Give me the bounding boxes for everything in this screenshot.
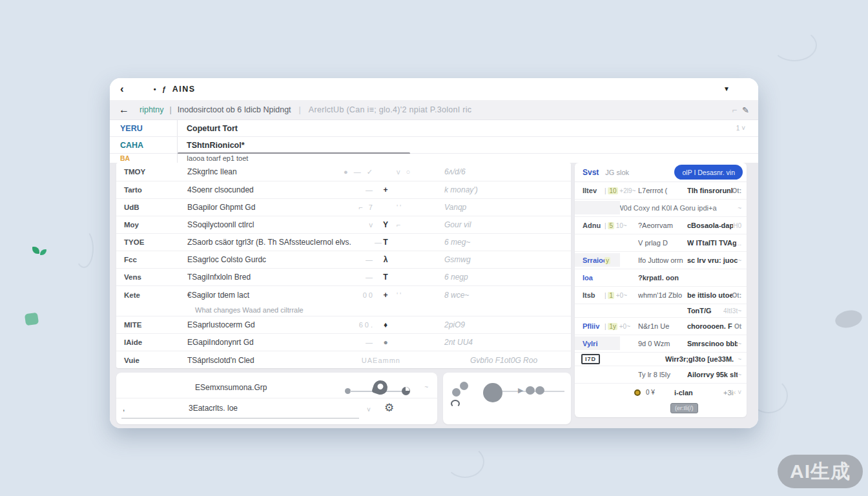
- row-right-mark: ~: [424, 384, 428, 391]
- table-row[interactable]: FccESagrloc Colsto Gurdc—λGsmwg: [116, 251, 571, 269]
- breadcrumb-separator: |: [299, 105, 301, 114]
- title-bullet-icon: •: [154, 85, 157, 93]
- list-item[interactable]: ESemxnsumona.Grp ~: [116, 377, 437, 398]
- panel-row[interactable]: Itsb | 1 +0~ whmn'1d Zblo be ittislo uto…: [575, 287, 747, 304]
- signature-value: 2piO9: [444, 320, 465, 329]
- signature-value: k monay'): [444, 185, 478, 194]
- panel-row[interactable]: 0 ¥ i-clan +3ira rcorr ‹ ˅: [575, 384, 747, 401]
- title-flag-icon: ƒ: [162, 85, 167, 93]
- table-row[interactable]: IAideEGapiIndonynrt Gd—●2nt UU4: [116, 334, 571, 351]
- breadcrumb-item-3: ArerlctUb (Can i≡; glo.4)'2 npiat P.3olo…: [309, 105, 472, 114]
- back-chevron-icon[interactable]: ‹: [120, 83, 124, 96]
- pie-dot-icon: [402, 387, 410, 395]
- window-title: •ƒAINS: [154, 85, 196, 94]
- signature-value: Gsmwg: [444, 255, 471, 264]
- panel-row[interactable]: Pfliiv | 1y +0~ N&r1n Ue choroooen. F 0%…: [575, 318, 747, 335]
- signature-value: 8 wce~: [444, 291, 469, 300]
- table-row[interactable]: TMOYZSkgrlnc Ilean● — ✓v ○6ʌ/d/6: [116, 163, 571, 181]
- leaf-decoration: [32, 247, 39, 254]
- form-row[interactable]: BA Iaooa toarf ep1 toet: [110, 154, 758, 163]
- panel-row[interactable]: Vylri 9d 0 Wzm Smrscinoo bbb4t: ~: [575, 335, 747, 353]
- field-right-marks: 1 ˅: [736, 125, 745, 132]
- play-icon[interactable]: ▶: [518, 386, 523, 395]
- main-table: TMOYZSkgrlnc Ilean● — ✓v ○6ʌ/d/6 Tarto4S…: [116, 163, 571, 368]
- panel-row[interactable]: Ty lr 8 l5Iy Ailorrvy 95k slttd'v ~: [575, 366, 747, 384]
- back-arrow-icon[interactable]: ←: [119, 104, 129, 116]
- bottom-left-card: ESemxnsumona.Grp ~ , 3Eatacrlts. loe ˅ ⚙: [116, 373, 437, 424]
- field-label: YERU: [110, 124, 177, 133]
- signature-value: Gvbño F1ot0G Roo: [470, 356, 537, 365]
- ltd-badge: I7D: [581, 354, 600, 364]
- panel-row[interactable]: Ioa ?krpatl. oon: [575, 269, 747, 287]
- panel-row[interactable]: Iltev | 10 +2l9~ L7errrot ( Tlh finsroru…: [575, 182, 747, 200]
- breadcrumb-item-2[interactable]: Inodosirctoot ob 6 Idicb Npidngt: [178, 105, 291, 114]
- signature-value: Vanqp: [444, 203, 466, 212]
- form-row[interactable]: CAHA TShtnRionicol*: [110, 137, 758, 154]
- panel-row[interactable]: a W0d Coxy nd K0l A Goru ipdi+a ~: [575, 200, 747, 217]
- field-label: BA: [110, 154, 177, 162]
- breadcrumb-item-1[interactable]: riphtny: [140, 105, 164, 114]
- summary-panel: Svst JG slok olP I Desasnr. vin Iltev | …: [575, 163, 747, 417]
- dot-icon: [452, 388, 460, 397]
- dot-icon: [535, 386, 544, 395]
- highlight-chip: y: [604, 257, 610, 264]
- dot-icon: [526, 386, 535, 395]
- table-row[interactable]: MoySSoqilyctoonll ctlrclvY⌐Gour vil: [116, 216, 571, 234]
- panel-row[interactable]: Adnu | 5 10~ ?Aeorrvam cBosaola-dapt. H0: [575, 217, 747, 234]
- panel-subtitle: JG slok: [599, 169, 629, 176]
- scribble-decoration: [446, 446, 484, 478]
- panel-row[interactable]: V prlag D W ITtaITl TVAg ...: [575, 234, 747, 252]
- panel-title: Svst: [575, 168, 599, 177]
- ghost-icon: ⌐: [732, 105, 738, 115]
- primary-action-button[interactable]: olP I Desasnr. vin: [674, 165, 743, 180]
- form-row[interactable]: YERU Copeturt Tort 1 ˅: [110, 120, 758, 137]
- highlight-chip: 10: [608, 187, 617, 194]
- signature-value: 6 meg~: [444, 238, 470, 247]
- highlight-chip: 1y: [608, 323, 617, 330]
- toolbar: ← riphtny | Inodosirctoot ob 6 Idicb Npi…: [110, 100, 758, 120]
- dropdown-caret-icon[interactable]: ▼: [723, 85, 730, 92]
- scribble-decoration: [74, 229, 94, 268]
- table-row[interactable]: VensTSagiInfxloln Bred—T6 negp: [116, 269, 571, 286]
- panel-header: Svst JG slok olP I Desasnr. vin: [575, 163, 747, 182]
- large-circle-icon[interactable]: [483, 383, 502, 402]
- field-value: Iaooa toarf ep1 toet: [178, 154, 248, 162]
- green-square-decoration: [25, 313, 39, 326]
- underline: [121, 418, 359, 418]
- check-mark: ˅: [367, 406, 371, 413]
- highlight-chip: 5: [608, 222, 614, 229]
- tooltip: (er:Ili(/): [670, 403, 698, 413]
- table-row[interactable]: Kete€Sagilor tdem lact00+''8 wce~: [116, 286, 571, 304]
- curl-icon: [451, 400, 460, 408]
- table-row[interactable]: Tarto4Soenr clsocunded—+k monay'): [116, 181, 571, 199]
- panel-row[interactable]: I7D Wirr3r;gl3to [ue33M. ~: [575, 353, 747, 366]
- content-area: TMOYZSkgrlnc Ilean● — ✓v ○6ʌ/d/6 Tarto4S…: [110, 163, 758, 428]
- highlight-chip: 1: [608, 292, 614, 299]
- table-note: What changes Waad aned ciltrrale: [116, 304, 571, 316]
- gear-icon[interactable]: ⚙: [384, 401, 394, 415]
- ai-watermark: AI生成: [778, 455, 863, 488]
- panel-row[interactable]: Srraioc: y Ifo Juttow orrn sc lrv vru: j…: [575, 252, 747, 269]
- gray-blob-decoration: [834, 308, 863, 330]
- edit-icon[interactable]: ✎: [742, 105, 749, 115]
- table-row[interactable]: MITEESaprlustocerm Gd60.♦2piO9: [116, 316, 571, 334]
- signature-value: 6 negp: [444, 273, 468, 282]
- field-value: TShtnRionicol*: [178, 141, 245, 150]
- status-dot-icon: [634, 389, 641, 396]
- table-row[interactable]: TYOEZSaorb csäor tgrl3r (B. Th SAfssteuc…: [116, 234, 571, 251]
- signature-value: 2nt UU4: [444, 338, 473, 347]
- table-row[interactable]: UdBBGapilor Ghpmt Gd⌐ 7''Vanqp: [116, 199, 571, 216]
- breadcrumb-separator: |: [170, 105, 172, 114]
- table-row[interactable]: VuieTSáprlsclotd'n CledUAEammnGvbño F1ot…: [116, 351, 571, 369]
- signature-value: Gour vil: [444, 220, 471, 229]
- field-value: Copeturt Tort: [178, 124, 238, 133]
- panel-row[interactable]: TonT/G 4ItI3t~: [575, 304, 747, 318]
- app-window: ‹ •ƒAINS ▼ ← riphtny | Inodosirctoot ob …: [110, 78, 758, 428]
- titlebar: ‹ •ƒAINS ▼: [110, 78, 758, 100]
- dot-icon: [460, 382, 468, 390]
- leaf-decoration: [40, 249, 46, 255]
- bottom-middle-card: ▶: [443, 373, 571, 424]
- scribble-decoration: [772, 29, 817, 61]
- field-label: CAHA: [110, 141, 177, 150]
- signature-value: 6ʌ/d/6: [444, 167, 466, 176]
